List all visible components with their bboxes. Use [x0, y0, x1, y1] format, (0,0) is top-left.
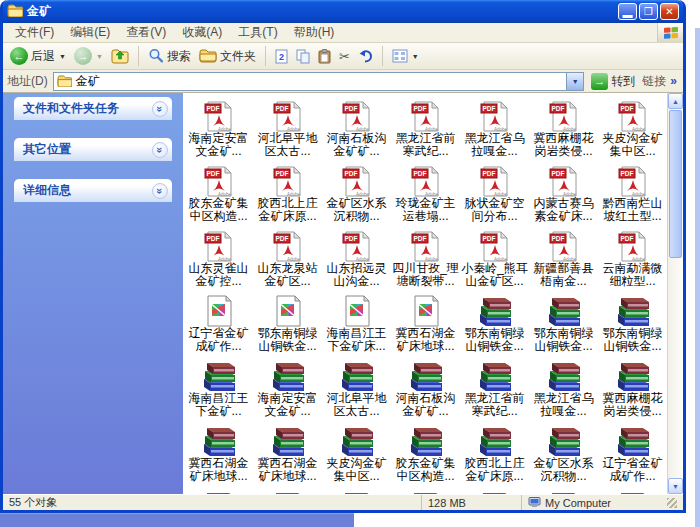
- svg-text:PDF: PDF: [275, 170, 288, 177]
- file-item[interactable]: 鄂东南铜绿山铜铁金...: [529, 290, 598, 355]
- minimize-button[interactable]: ▬: [618, 3, 637, 20]
- file-label-line: 寒武纪...: [402, 145, 448, 158]
- menu-item-5[interactable]: 帮助(H): [286, 23, 343, 41]
- title-bar[interactable]: 金矿 ▬ ❒ ✕: [3, 0, 683, 23]
- scroll-track[interactable]: [668, 259, 683, 478]
- resize-grip[interactable]: [667, 498, 677, 508]
- file-item[interactable]: PDFAdobe冀西麻棚花岗岩类侵...: [529, 95, 598, 160]
- file-item[interactable]: PDFAdobe金矿区水系沉积物...: [322, 160, 391, 225]
- file-item[interactable]: 海南定安富文金矿...: [253, 355, 322, 420]
- folders-button[interactable]: 文件夹: [196, 46, 259, 67]
- file-item[interactable]: PDFAdobe黔西南烂山坡红土型...: [598, 160, 667, 225]
- file-item[interactable]: 冀西石湖金矿床地球...: [184, 420, 253, 485]
- file-item[interactable]: PDFAdobe小秦岭_熊耳山金矿区...: [460, 225, 529, 290]
- file-item[interactable]: 胶西北上庄金矿床原...: [460, 420, 529, 485]
- scroll-up-button[interactable]: ▲: [668, 93, 683, 109]
- menu-item-3[interactable]: 收藏(A): [174, 23, 230, 41]
- file-item[interactable]: 鄂东南铜绿山铜铁金...: [598, 290, 667, 355]
- svg-text:PDF: PDF: [551, 170, 564, 177]
- svg-text:PDF: PDF: [275, 105, 288, 112]
- file-item[interactable]: PDFAdobe山东龙泉站金矿区...: [253, 225, 322, 290]
- file-item[interactable]: 胶东金矿集中区构造...: [391, 420, 460, 485]
- page-2-button[interactable]: 2: [272, 47, 291, 66]
- menu-item-4[interactable]: 工具(T): [230, 23, 285, 41]
- file-item[interactable]: 黑龙江省乌拉嘎金...: [529, 355, 598, 420]
- file-item-partial[interactable]: [391, 485, 460, 494]
- address-input[interactable]: 金矿 ▼: [53, 72, 585, 91]
- file-label-line: 拉嘎金...: [471, 145, 517, 158]
- file-item[interactable]: PDFAdobe河北阜平地区太古...: [253, 95, 322, 160]
- file-item[interactable]: PDFAdobe黑龙江省乌拉嘎金...: [460, 95, 529, 160]
- file-list-area[interactable]: PDFAdobe海南定安富文金矿...PDFAdobe河北阜平地区太古...PD…: [183, 93, 667, 494]
- links-button[interactable]: 链接 »: [642, 73, 679, 90]
- file-item-partial[interactable]: [460, 485, 529, 494]
- views-button[interactable]: ▼: [389, 47, 422, 65]
- file-item[interactable]: PDFAdobe山东灵雀山金矿控...: [184, 225, 253, 290]
- chevron-down-icon[interactable]: »: [152, 142, 168, 158]
- file-item[interactable]: 辽宁省金矿成矿作...: [598, 420, 667, 485]
- file-item[interactable]: 冀西麻棚花岗岩类侵...: [598, 355, 667, 420]
- chevron-down-icon[interactable]: »: [152, 101, 168, 117]
- vertical-scrollbar[interactable]: ▲ ▼: [667, 93, 683, 494]
- rar-archive-icon: [615, 357, 651, 392]
- file-item[interactable]: PDFAdobe四川甘孜_理塘断裂带...: [391, 225, 460, 290]
- back-button[interactable]: ← 后退 ▼: [7, 45, 69, 67]
- file-item[interactable]: 夹皮沟金矿集中区...: [322, 420, 391, 485]
- file-item[interactable]: 冀西石湖金矿床地球...: [253, 420, 322, 485]
- close-button[interactable]: ✕: [660, 3, 679, 20]
- menu-item-0[interactable]: 文件(F): [7, 23, 62, 41]
- file-item[interactable]: PDFAdobe云南勐满微细粒型...: [598, 225, 667, 290]
- scroll-down-button[interactable]: ▼: [668, 478, 683, 494]
- up-button[interactable]: [108, 46, 132, 66]
- file-label-line: 细粒型...: [609, 275, 655, 288]
- file-item[interactable]: PDFAdobe黑龙江省前寒武纪...: [391, 95, 460, 160]
- file-item-partial[interactable]: [598, 485, 667, 494]
- file-item[interactable]: 河南石板沟金矿矿...: [391, 355, 460, 420]
- file-item[interactable]: 鄂东南铜绿山铜铁金...: [253, 290, 322, 355]
- menu-items: 文件(F)编辑(E)查看(V)收藏(A)工具(T)帮助(H): [7, 24, 342, 41]
- file-item-partial[interactable]: [322, 485, 391, 494]
- views-dropdown-icon[interactable]: ▼: [412, 53, 419, 60]
- file-item[interactable]: PDFAdobe新疆鄯善县梧南金...: [529, 225, 598, 290]
- file-item[interactable]: PDFAdobe海南定安富文金矿...: [184, 95, 253, 160]
- search-button[interactable]: 搜索: [145, 46, 194, 67]
- paste-button[interactable]: [315, 47, 334, 66]
- address-dropdown-button[interactable]: ▼: [566, 73, 583, 90]
- file-label-line: 金矿床原...: [465, 470, 523, 483]
- pdf-file-icon: PDFAdobe: [618, 162, 648, 197]
- file-item[interactable]: 黑龙江省前寒武纪...: [460, 355, 529, 420]
- file-item[interactable]: PDFAdobe夹皮沟金矿集中区...: [598, 95, 667, 160]
- file-item[interactable]: PDFAdobe河南石板沟金矿矿...: [322, 95, 391, 160]
- back-dropdown-icon[interactable]: ▼: [59, 53, 66, 60]
- cut-button[interactable]: ✂: [336, 47, 353, 66]
- file-label-line: 中区构造...: [396, 470, 454, 483]
- menu-item-1[interactable]: 编辑(E): [62, 23, 118, 41]
- task-panel-header-1[interactable]: 其它位置»: [14, 138, 172, 161]
- copy-button[interactable]: [293, 47, 313, 66]
- chevron-down-icon[interactable]: »: [152, 183, 168, 199]
- task-panel-header-2[interactable]: 详细信息»: [14, 179, 172, 202]
- undo-button[interactable]: [355, 47, 376, 65]
- file-item[interactable]: PDFAdobe玲珑金矿主运巷塌...: [391, 160, 460, 225]
- file-item[interactable]: PDFAdobe山东招远灵山沟金...: [322, 225, 391, 290]
- file-item[interactable]: 海南昌江王下金矿床...: [322, 290, 391, 355]
- file-item-partial[interactable]: [184, 485, 253, 494]
- menu-item-2[interactable]: 查看(V): [118, 23, 174, 41]
- file-item[interactable]: 金矿区水系沉积物...: [529, 420, 598, 485]
- maximize-button[interactable]: ❒: [639, 3, 658, 20]
- file-item[interactable]: PDFAdobe脉状金矿空间分布...: [460, 160, 529, 225]
- file-item[interactable]: PDFAdobe内蒙古赛乌素金矿床...: [529, 160, 598, 225]
- scroll-thumb[interactable]: [669, 110, 682, 258]
- file-item[interactable]: 河北阜平地区太古...: [322, 355, 391, 420]
- file-item[interactable]: PDFAdobe胶西北上庄金矿床原...: [253, 160, 322, 225]
- file-item[interactable]: 海南昌江王下金矿...: [184, 355, 253, 420]
- file-item[interactable]: 冀西石湖金矿床地球...: [391, 290, 460, 355]
- forward-button[interactable]: → ▼: [71, 45, 106, 67]
- file-item-partial[interactable]: [253, 485, 322, 494]
- file-item[interactable]: PDFAdobe胶东金矿集中区构造...: [184, 160, 253, 225]
- file-item-partial[interactable]: [529, 485, 598, 494]
- file-item[interactable]: 鄂东南铜绿山铜铁金...: [460, 290, 529, 355]
- file-item[interactable]: 辽宁省金矿成矿作...: [184, 290, 253, 355]
- go-button[interactable]: → 转到: [589, 73, 637, 90]
- task-panel-header-0[interactable]: 文件和文件夹任务»: [14, 97, 172, 120]
